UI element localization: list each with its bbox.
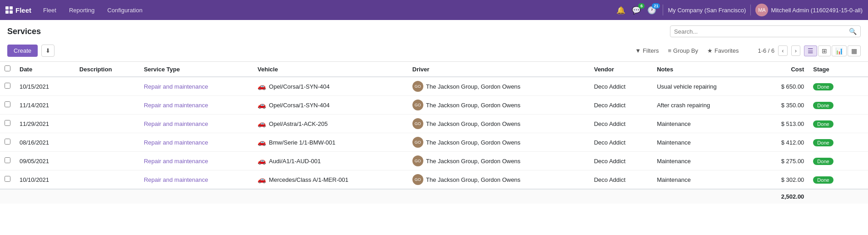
row-notes: Maintenance bbox=[652, 133, 759, 152]
header-stage[interactable]: Stage bbox=[808, 62, 854, 77]
app-logo[interactable]: Fleet bbox=[5, 6, 31, 14]
bell-icon[interactable]: 🔔 bbox=[615, 4, 627, 16]
car-icon: 🚗 bbox=[258, 138, 266, 146]
nav-divider-2 bbox=[750, 5, 751, 15]
header-checkbox-col bbox=[0, 62, 15, 77]
row-vehicle[interactable]: 🚗 Opel/Corsa/1-SYN-404 bbox=[253, 96, 408, 115]
filters-button[interactable]: ▼ Filters bbox=[632, 46, 661, 55]
row-checkbox[interactable] bbox=[5, 139, 10, 145]
row-vehicle[interactable]: 🚗 Bmw/Serie 1/1-BMW-001 bbox=[253, 133, 408, 152]
header-driver[interactable]: Driver bbox=[408, 62, 590, 77]
table-wrapper: Date Description Service Type Vehicle Dr… bbox=[0, 62, 868, 204]
row-date: 09/05/2021 bbox=[15, 152, 75, 170]
activity-icon[interactable]: 🕐 21 bbox=[645, 4, 658, 16]
row-checkbox-cell bbox=[0, 96, 15, 115]
prev-page-button[interactable]: ‹ bbox=[778, 45, 787, 56]
row-description bbox=[75, 133, 139, 152]
row-stage: Done bbox=[808, 115, 854, 133]
row-stage: Done bbox=[808, 96, 854, 115]
row-service-type[interactable]: Repair and maintenance bbox=[139, 77, 253, 96]
row-vehicle-name[interactable]: Audi/A1/1-AUD-001 bbox=[269, 158, 321, 165]
row-vehicle-name[interactable]: Bmw/Serie 1/1-BMW-001 bbox=[269, 139, 335, 146]
pivot-view-button[interactable]: ▦ bbox=[848, 45, 861, 56]
row-vehicle-name[interactable]: Mercedes/Class A/1-MER-001 bbox=[269, 176, 348, 183]
row-description bbox=[75, 77, 139, 96]
select-all-checkbox[interactable] bbox=[5, 65, 10, 71]
row-description bbox=[75, 152, 139, 170]
favorites-button[interactable]: ★ Favorites bbox=[704, 46, 741, 55]
main-content: Services 🔍 Create ⬇ ▼ Filters ≡ Group By… bbox=[0, 20, 868, 235]
table-header-row: Date Description Service Type Vehicle Dr… bbox=[0, 62, 868, 77]
row-cost: $ 650.00 bbox=[759, 77, 808, 96]
list-view-button[interactable]: ☰ bbox=[804, 45, 817, 56]
row-vehicle[interactable]: 🚗 Mercedes/Class A/1-MER-001 bbox=[253, 170, 408, 190]
driver-avatar: GO bbox=[412, 81, 423, 92]
row-vehicle-name[interactable]: Opel/Astra/1-ACK-205 bbox=[269, 120, 327, 127]
header-cost[interactable]: Cost bbox=[759, 62, 808, 77]
header-date[interactable]: Date bbox=[15, 62, 75, 77]
total-row: 2,502.00 bbox=[0, 189, 868, 204]
row-checkbox[interactable] bbox=[5, 157, 10, 163]
header-vehicle[interactable]: Vehicle bbox=[253, 62, 408, 77]
kanban-view-button[interactable]: ⊞ bbox=[818, 45, 831, 56]
row-service-type[interactable]: Repair and maintenance bbox=[139, 133, 253, 152]
row-checkbox[interactable] bbox=[5, 176, 10, 182]
user-menu[interactable]: MA Mitchell Admin (11602491-15-0-all) bbox=[755, 4, 863, 16]
nav-configuration[interactable]: Configuration bbox=[103, 7, 147, 14]
header-notes[interactable]: Notes bbox=[652, 62, 759, 77]
row-cost: $ 275.00 bbox=[759, 152, 808, 170]
nav-fleet[interactable]: Fleet bbox=[39, 7, 61, 14]
table-row: 10/15/2021 Repair and maintenance 🚗 Opel… bbox=[0, 77, 868, 96]
group-by-button[interactable]: ≡ Group By bbox=[665, 46, 701, 55]
row-driver: GO The Jackson Group, Gordon Owens bbox=[408, 152, 590, 170]
row-vehicle-name[interactable]: Opel/Corsa/1-SYN-404 bbox=[269, 83, 330, 90]
driver-avatar: GO bbox=[412, 100, 423, 110]
row-vehicle[interactable]: 🚗 Opel/Corsa/1-SYN-404 bbox=[253, 77, 408, 96]
header-service-type[interactable]: Service Type bbox=[139, 62, 253, 77]
row-checkbox[interactable] bbox=[5, 83, 10, 89]
table-row: 08/16/2021 Repair and maintenance 🚗 Bmw/… bbox=[0, 133, 868, 152]
app-name: Fleet bbox=[15, 6, 31, 14]
search-input[interactable] bbox=[674, 28, 849, 35]
row-notes: Maintenance bbox=[652, 170, 759, 190]
row-service-type[interactable]: Repair and maintenance bbox=[139, 96, 253, 115]
next-page-button[interactable]: › bbox=[791, 45, 800, 56]
table-row: 11/14/2021 Repair and maintenance 🚗 Opel… bbox=[0, 96, 868, 115]
chat-icon[interactable]: 💬 6 bbox=[630, 4, 643, 16]
chat-badge: 6 bbox=[638, 3, 645, 9]
company-name[interactable]: My Company (San Francisco) bbox=[668, 7, 746, 14]
search-icon[interactable]: 🔍 bbox=[849, 28, 857, 35]
export-button[interactable]: ⬇ bbox=[41, 45, 55, 57]
row-vehicle[interactable]: 🚗 Audi/A1/1-AUD-001 bbox=[253, 152, 408, 170]
create-button[interactable]: Create bbox=[7, 45, 38, 57]
activity-badge: 21 bbox=[652, 3, 660, 9]
row-service-type[interactable]: Repair and maintenance bbox=[139, 170, 253, 190]
row-cost: $ 350.00 bbox=[759, 96, 808, 115]
row-date: 08/16/2021 bbox=[15, 133, 75, 152]
chart-view-button[interactable]: 📊 bbox=[832, 45, 847, 56]
car-icon: 🚗 bbox=[258, 101, 266, 109]
header-section: Services 🔍 bbox=[0, 20, 868, 40]
groupby-icon: ≡ bbox=[668, 47, 671, 54]
header-description[interactable]: Description bbox=[75, 62, 139, 77]
row-stage: Done bbox=[808, 170, 854, 190]
row-checkbox[interactable] bbox=[5, 101, 10, 107]
row-service-type[interactable]: Repair and maintenance bbox=[139, 152, 253, 170]
row-service-type[interactable]: Repair and maintenance bbox=[139, 115, 253, 133]
row-vehicle-name[interactable]: Opel/Corsa/1-SYN-404 bbox=[269, 102, 330, 109]
row-checkbox[interactable] bbox=[5, 120, 10, 126]
car-icon: 🚗 bbox=[258, 120, 266, 128]
car-icon: 🚗 bbox=[258, 157, 266, 165]
car-icon: 🚗 bbox=[258, 175, 266, 184]
row-driver-name: The Jackson Group, Gordon Owens bbox=[426, 139, 521, 146]
row-vehicle[interactable]: 🚗 Opel/Astra/1-ACK-205 bbox=[253, 115, 408, 133]
nav-reporting[interactable]: Reporting bbox=[64, 7, 99, 14]
header-vendor[interactable]: Vendor bbox=[590, 62, 652, 77]
stage-badge: Done bbox=[813, 83, 833, 90]
row-notes: After crash repairing bbox=[652, 96, 759, 115]
row-driver-name: The Jackson Group, Gordon Owens bbox=[426, 102, 521, 109]
header-actions: Services bbox=[7, 27, 41, 36]
row-cost: $ 513.00 bbox=[759, 115, 808, 133]
row-notes: Maintenance bbox=[652, 115, 759, 133]
row-driver-name: The Jackson Group, Gordon Owens bbox=[426, 176, 521, 183]
